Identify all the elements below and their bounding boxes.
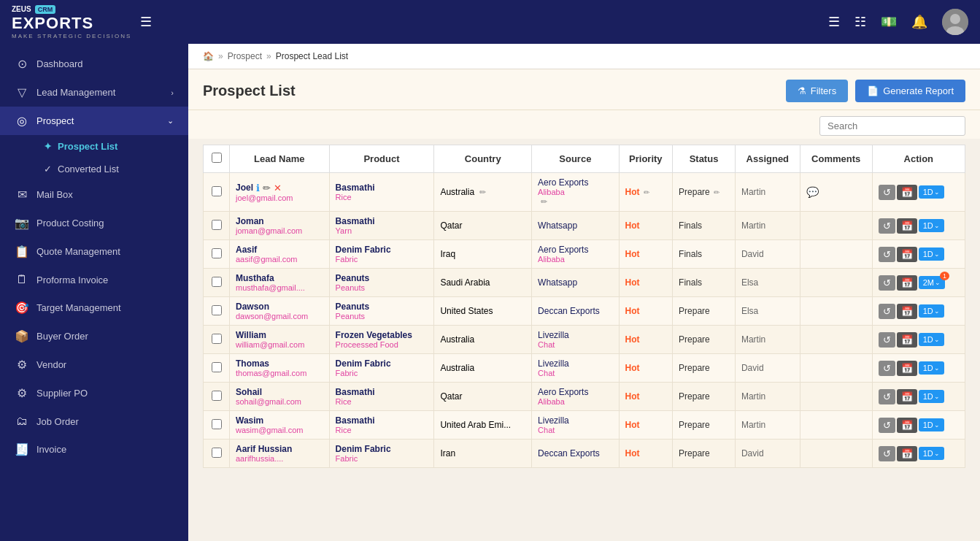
sidebar-item-dashboard[interactable]: ⊙ Dashboard [0,50,188,78]
row-checkbox[interactable] [212,362,222,372]
schedule-button[interactable]: 📅 [897,389,917,404]
sidebar-item-converted-list[interactable]: ✓ Converted List [36,158,188,180]
col-action: Action [872,145,965,173]
sidebar-item-buyer-order[interactable]: 📦 Buyer Order [0,322,188,350]
undo-button[interactable]: ↺ [879,446,895,461]
undo-button[interactable]: ↺ [879,332,895,348]
schedule-button[interactable]: 📅 [897,185,917,200]
interval-button[interactable]: 1D ⌄ [919,390,944,403]
undo-button[interactable]: ↺ [879,218,895,234]
product-type: Rice [336,426,428,434]
sidebar-label-product-costing: Product Costing [36,218,104,229]
sidebar-item-prospect[interactable]: ◎ Prospect ⌄ [0,107,188,135]
source-cell: Deccan Exports [532,440,620,468]
row-checkbox[interactable] [212,391,222,401]
info-icon[interactable]: ℹ [256,183,260,193]
breadcrumb-prospect[interactable]: Prospect [228,51,262,61]
sidebar-item-supplier-po[interactable]: ⚙ Supplier PO [0,379,188,407]
sidebar-item-prospect-list[interactable]: ✦ Prospect List [36,135,188,158]
schedule-button[interactable]: 📅 [897,446,917,461]
search-input[interactable] [819,116,965,136]
lead-email: thomas@gmail.com [236,369,323,377]
lead-name-cell: Aasif aasif@gmail.com [230,240,330,269]
dollar-icon[interactable]: 💵 [881,14,897,30]
undo-button[interactable]: ↺ [879,304,895,319]
sidebar-item-target-management[interactable]: 🎯 Target Management [0,293,188,322]
country-cell: Iran [434,440,532,468]
lead-row-icons: Joman [236,216,323,226]
row-checkbox[interactable] [212,419,222,429]
product-type: Fabric [336,255,428,264]
row-checkbox[interactable] [212,305,222,315]
schedule-button[interactable]: 📅 [897,332,917,348]
source-cell: Aero Exports Alibaba [532,240,620,269]
sidebar-item-mail-box[interactable]: ✉ Mail Box [0,180,188,209]
source-edit-icon[interactable]: ✏ [541,197,547,206]
sidebar-item-invoice[interactable]: 🧾 Invoice [0,435,188,464]
assigned-value: Martin [741,220,765,231]
country-edit-icon[interactable]: ✏ [479,188,486,196]
row-checkbox[interactable] [212,220,222,230]
source-sub: Chat [538,369,613,377]
home-icon[interactable]: 🏠 [203,51,214,61]
sidebar-item-proforma-invoice[interactable]: 🗒 Proforma Invoice [0,266,188,293]
comments-cell [800,411,872,440]
generate-report-button[interactable]: 📄 Generate Report [855,80,965,102]
country-cell: Australia [434,354,532,383]
comment-button[interactable]: 💬 [806,186,819,198]
row-checkbox[interactable] [212,248,222,258]
interval-button[interactable]: 1D ⌄ [919,219,944,232]
status-cell: Prepare [673,411,736,440]
row-checkbox[interactable] [212,277,222,287]
priority-badge: Hot [625,448,640,458]
table-row: William william@gmail.com Frozen Vegetab… [204,326,965,354]
interval-button[interactable]: 1D ⌄ [919,248,944,261]
col-lead-name: Lead Name [230,145,330,173]
sidebar-item-vendor[interactable]: ⚙ Vendor [0,350,188,379]
interval-button[interactable]: 2M ⌄ 1 [919,276,945,289]
undo-button[interactable]: ↺ [879,418,895,433]
box-icon: 📦 [15,329,29,343]
sidebar-item-job-order[interactable]: 🗂 Job Order [0,407,188,435]
status-edit-icon[interactable]: ✏ [714,188,719,196]
comments-cell [800,440,872,468]
schedule-button[interactable]: 📅 [897,361,917,376]
priority-cell: Hot [619,297,672,326]
sidebar-item-quote-management[interactable]: 📋 Quote Management [0,237,188,266]
bell-icon[interactable]: 🔔 [911,14,927,30]
schedule-button[interactable]: 📅 [897,218,917,234]
interval-button[interactable]: 1D ⌄ [919,418,944,431]
priority-edit-icon[interactable]: ✏ [644,188,649,196]
priority-cell: Hot [619,354,672,383]
row-checkbox[interactable] [212,186,222,196]
interval-button[interactable]: 1D ⌄ [919,333,944,346]
undo-button[interactable]: ↺ [879,247,895,262]
grid-icon[interactable]: ☷ [854,14,866,30]
edit-icon[interactable]: ✏ [263,183,271,193]
sidebar-label-prospect-list: Prospect List [58,141,117,152]
interval-button[interactable]: 1D ⌄ [919,361,944,375]
schedule-button[interactable]: 📅 [897,304,917,319]
undo-button[interactable]: ↺ [879,275,895,291]
schedule-button[interactable]: 📅 [897,275,917,291]
undo-button[interactable]: ↺ [879,185,895,200]
sidebar-item-product-costing[interactable]: 📷 Product Costing [0,209,188,237]
user-avatar[interactable] [942,9,968,35]
row-checkbox[interactable] [212,334,222,344]
lead-row-icons: Sohail [236,387,323,397]
select-all-checkbox[interactable] [212,153,222,163]
filter-button[interactable]: ⚗ Filters [786,80,848,102]
interval-button[interactable]: 1D ⌄ [919,304,944,318]
schedule-button[interactable]: 📅 [897,418,917,433]
close-icon[interactable]: ✕ [274,183,282,193]
schedule-button[interactable]: 📅 [897,247,917,262]
sidebar-item-lead-management[interactable]: ▽ Lead Management › [0,78,188,107]
undo-button[interactable]: ↺ [879,361,895,376]
interval-button[interactable]: 1D ⌄ [919,185,944,199]
list-icon[interactable]: ☰ [828,14,840,30]
lead-name-cell: Aarif Hussian aarifhussia.... [230,440,330,468]
undo-button[interactable]: ↺ [879,389,895,404]
row-checkbox[interactable] [212,448,222,458]
interval-button[interactable]: 1D ⌄ [919,447,944,460]
hamburger-menu[interactable]: ☰ [140,14,152,30]
